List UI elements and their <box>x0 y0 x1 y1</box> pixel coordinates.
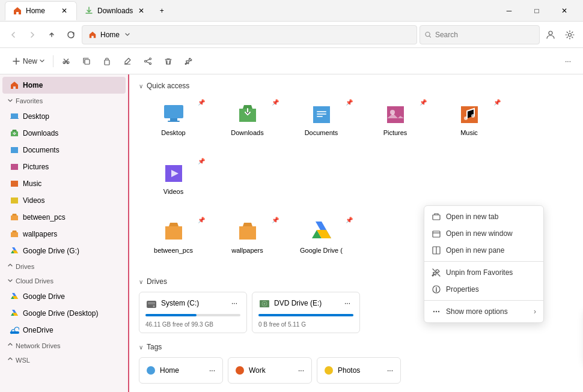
tile-pictures[interactable]: 📌 Pictures <box>361 96 430 150</box>
svg-rect-37 <box>433 231 440 237</box>
forward-button[interactable] <box>24 26 41 43</box>
sidebar-item-google-drive-desktop[interactable]: Google Drive (Desktop) <box>2 305 126 322</box>
new-button[interactable]: New <box>7 53 49 70</box>
sidebar-item-google-drive[interactable]: Google Drive <box>2 288 126 305</box>
sidebar-drives-header[interactable]: Drives <box>0 259 128 274</box>
sidebar-item-onedrive[interactable]: OneDrive <box>2 322 126 339</box>
svg-point-2 <box>569 33 572 36</box>
google-drive-desktop-icon <box>10 309 19 318</box>
tags-chevron-icon: ∨ <box>139 344 143 351</box>
minimize-button[interactable]: ─ <box>495 1 523 20</box>
sidebar-videos-label: Videos <box>23 196 108 205</box>
photos-tag-dot <box>325 366 333 375</box>
ctx-separator-2 <box>424 300 543 301</box>
rename-button[interactable] <box>118 53 136 70</box>
tile-downloads[interactable]: 📌 Downloads <box>213 96 282 150</box>
up-button[interactable] <box>43 26 60 43</box>
cmd-separator-1 <box>53 55 53 67</box>
sidebar-favorites-header[interactable]: Favorites <box>0 94 128 108</box>
search-input[interactable] <box>435 31 534 39</box>
music-tile-icon <box>457 101 481 125</box>
sidebar-item-music[interactable]: Music 📌 <box>2 175 126 192</box>
close-button[interactable]: ✕ <box>551 1 578 20</box>
context-menu: Open in new tab Open in new window Open … <box>424 205 544 323</box>
tile-music[interactable]: 📌 Music <box>435 96 504 150</box>
sidebar-item-google-drive-g[interactable]: Google Drive (G:) 📌 <box>2 243 126 259</box>
tab-home[interactable]: Home ✕ <box>5 1 77 20</box>
ctx-open-new-window-label: Open in new window <box>446 229 513 238</box>
drive-system-c-name: System (C:) <box>161 299 199 307</box>
tile-desktop[interactable]: 📌 Desktop <box>139 96 208 150</box>
search-icon <box>425 31 432 38</box>
drive-system-c-more[interactable]: ··· <box>228 297 240 309</box>
tag-home-more[interactable]: ··· <box>209 366 215 375</box>
sidebar-item-documents[interactable]: Documents 📌 <box>2 142 126 158</box>
google-drive-tile-icon <box>310 219 334 243</box>
ctx-more-options[interactable]: Show more options › <box>424 303 543 320</box>
account-icon-button[interactable] <box>542 26 559 43</box>
back-button[interactable] <box>5 26 22 43</box>
ctx-open-new-window[interactable]: Open in new window <box>424 225 543 242</box>
sidebar-item-pictures[interactable]: Pictures 📌 <box>2 158 126 175</box>
sidebar-item-downloads[interactable]: Downloads 📌 <box>2 125 126 142</box>
desktop-tile-icon <box>162 101 186 125</box>
drive-dvd-e[interactable]: DVD Drive (E:) ··· 0 B free of 5.11 G <box>252 292 360 333</box>
ctx-more-arrow-icon: › <box>534 307 536 316</box>
pin-button[interactable] <box>180 53 198 70</box>
tag-home[interactable]: Home ··· <box>139 357 223 384</box>
tile-between-pcs[interactable]: 📌 between_pcs <box>139 214 208 268</box>
add-tab-button[interactable]: + <box>153 2 170 19</box>
tile-pictures-pin-icon: 📌 <box>420 99 427 106</box>
ctx-open-new-tab[interactable]: Open in new tab <box>424 208 543 225</box>
tile-videos[interactable]: 📌 Videos <box>139 155 208 209</box>
google-drive-g-icon <box>10 246 19 256</box>
tile-wallpapers[interactable]: 📌 wallpapers <box>213 214 282 268</box>
ctx-properties[interactable]: Properties <box>424 281 543 298</box>
tag-work[interactable]: Work ··· <box>228 357 312 384</box>
dvd-icon <box>258 297 270 309</box>
tag-work-more[interactable]: ··· <box>298 366 304 375</box>
tag-photos[interactable]: Photos ··· <box>317 357 401 384</box>
ctx-separator-1 <box>424 261 543 262</box>
tile-wallpapers-pin-icon: 📌 <box>272 217 279 223</box>
tile-documents[interactable]: 📌 Documents <box>287 96 356 150</box>
search-box[interactable] <box>420 25 540 44</box>
tab-downloads-close[interactable]: ✕ <box>136 6 146 16</box>
tile-google-drive[interactable]: 📌 Google Drive ( <box>287 214 356 268</box>
tag-photos-more[interactable]: ··· <box>387 366 393 375</box>
sidebar-item-between-pcs[interactable]: between_pcs 📌 <box>2 209 126 226</box>
tag-work-label: Work <box>249 366 266 375</box>
settings-icon-button[interactable] <box>561 26 578 43</box>
sidebar-item-home[interactable]: Home <box>2 77 126 94</box>
drive-dvd-e-more[interactable]: ··· <box>341 297 353 309</box>
sidebar-item-videos[interactable]: Videos 📌 <box>2 192 126 209</box>
paste-button[interactable] <box>98 53 116 70</box>
refresh-button[interactable] <box>63 26 79 43</box>
videos-folder-icon <box>10 196 19 205</box>
drives-chevron-icon <box>7 264 13 270</box>
tab-downloads[interactable]: Downloads ✕ <box>77 1 153 20</box>
ctx-open-new-pane[interactable]: Open in new pane <box>424 242 543 259</box>
cut-button[interactable] <box>57 53 75 70</box>
drive-system-c-bar <box>145 314 240 316</box>
tab-home-close[interactable]: ✕ <box>60 6 69 16</box>
delete-button[interactable] <box>159 53 177 70</box>
ctx-unpin[interactable]: Unpin from Favorites <box>424 264 543 281</box>
documents-tile-icon <box>310 101 334 125</box>
drive-system-c[interactable]: System (C:) ··· 46.11 GB free of 99.3 GB <box>139 292 247 333</box>
copy-button[interactable] <box>78 53 96 70</box>
tile-wallpapers-name: wallpapers <box>218 247 276 254</box>
more-options-button[interactable]: ··· <box>560 53 576 70</box>
share-button[interactable] <box>139 53 157 70</box>
sidebar-item-wallpapers[interactable]: wallpapers 📌 <box>2 226 126 243</box>
hdd-icon <box>145 297 157 309</box>
sidebar-wsl-header[interactable]: WSL <box>0 353 128 367</box>
maximize-button[interactable]: □ <box>523 1 551 20</box>
address-box[interactable]: Home <box>82 25 417 44</box>
sidebar-cloud-drives-header[interactable]: Cloud Drives <box>0 274 128 288</box>
sidebar-network-drives-header[interactable]: Network Drives <box>0 339 128 353</box>
documents-folder-icon <box>10 145 19 155</box>
window-controls: ─ □ ✕ <box>495 1 578 20</box>
sidebar-item-desktop[interactable]: Desktop 📌 <box>2 108 126 125</box>
drive-dvd-e-name: DVD Drive (E:) <box>274 299 322 307</box>
